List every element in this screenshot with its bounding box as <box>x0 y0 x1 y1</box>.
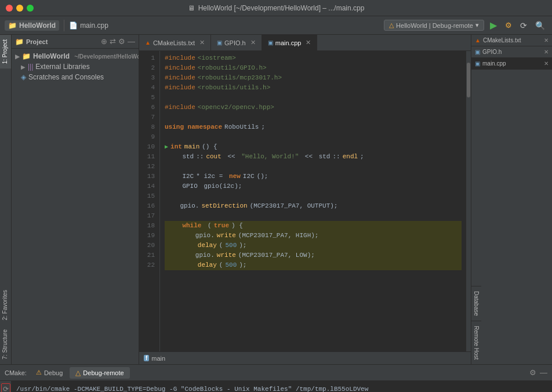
code-line-19: gpio.write(MCP23017_PA7, HIGH); <box>165 231 462 241</box>
project-tree: ▶ 📁 HelloWorld ~/Development/HelloWorld … <box>12 49 139 364</box>
tab-cmakelists[interactable]: ▲ CMakeLists.txt ✕ <box>139 35 211 50</box>
settings-icon[interactable]: ⚙ <box>118 37 125 46</box>
cmake-panel-label: CMake: <box>5 369 27 376</box>
code-line-1: #include <iostream> <box>165 53 462 63</box>
code-line-6: #include <opencv2/opencv.hpp> <box>165 103 462 112</box>
bottom-content[interactable]: /usr/bin/cmake -DCMAKE_BUILD_TYPE=Debug … <box>12 381 552 392</box>
code-line-11: std::cout << "Hello, World!" << std::end… <box>165 152 462 162</box>
right-vert-tab-remote[interactable]: Remote Host <box>471 321 481 364</box>
editor-tabs: ▲ CMakeLists.txt ✕ ▣ GPIO.h ✕ ▣ main.cpp… <box>139 35 471 51</box>
file-icon: 📄 <box>69 21 78 30</box>
code-line-12 <box>165 162 462 172</box>
cmake-tab-close[interactable]: ✕ <box>199 39 205 46</box>
code-line-8: using namespace RoboUtils; <box>165 122 462 132</box>
tree-item-helloworld[interactable]: ▶ 📁 HelloWorld ~/Development/HelloWorld <box>12 51 139 61</box>
file-tab[interactable]: 📄 main.cpp <box>69 21 108 30</box>
right-vert-tab-database[interactable]: Database <box>471 286 481 321</box>
bottom-panel: CMake: ⚠ Debug △ Debug-remote ⚙ — ⟳ ↑ ↓ … <box>0 364 552 392</box>
code-line-3: #include <roboutils/mcp23017.h> <box>165 73 462 83</box>
sidebar-tab-structure[interactable]: 7: Structure <box>0 325 11 364</box>
sidebar-tab-favorites[interactable]: 2: Favorites <box>0 285 11 325</box>
cpp-tab-close[interactable]: ✕ <box>306 39 311 46</box>
toolbar-separator <box>64 20 64 31</box>
window-controls <box>6 5 34 12</box>
tree-arrow-extlibs: ▶ <box>21 64 26 70</box>
debug-icon: △ <box>389 21 394 29</box>
folder-icon: 📁 <box>22 52 31 60</box>
minimize-icon[interactable]: — <box>540 368 547 377</box>
reload-btn[interactable]: ⟳ <box>1 383 10 392</box>
sidebar-tab-project[interactable]: 1: Project <box>0 35 11 68</box>
tab-maincpp[interactable]: ▣ main.cpp ✕ <box>262 35 318 50</box>
debug-dropdown[interactable]: △ HelloWorld | Debug-remote ▾ <box>384 20 484 31</box>
gpio-tab-close[interactable]: ✕ <box>250 39 256 46</box>
code-line-7 <box>165 112 462 122</box>
cmake-tab-icon: ▲ <box>145 39 151 46</box>
line-numbers: 12345 678910 1112131415 1617181920 2122 <box>139 51 160 351</box>
bottom-tab-debug[interactable]: ⚠ Debug <box>30 367 68 378</box>
scratch-icon: ◈ <box>21 73 26 81</box>
bottom-tabs: CMake: ⚠ Debug △ Debug-remote ⚙ — <box>0 365 552 381</box>
project-icon: 📁 <box>8 21 17 30</box>
top-toolbar: 📁 HelloWorld 📄 main.cpp △ HelloWorld | D… <box>0 16 552 35</box>
title-bar: 🖥 HelloWorld [~/Development/HelloWorld] … <box>0 0 552 16</box>
breadcrumb: f main <box>139 351 471 364</box>
project-header: 📁 Project ⊕ ⇄ ⚙ — <box>12 35 139 49</box>
project-selector[interactable]: 📁 HelloWorld <box>5 20 59 31</box>
right-sidebar: ▲ CMakeLists.txt ✕ ▣ GPIO.h ✕ ▣ main.cpp… <box>471 35 552 364</box>
breadcrumb-icon: f <box>144 355 149 361</box>
editor-area: ▲ CMakeLists.txt ✕ ▣ GPIO.h ✕ ▣ main.cpp… <box>139 35 471 364</box>
code-content[interactable]: #include <iostream> #include <roboutils/… <box>160 51 466 351</box>
right-tab-cmake[interactable]: ▲ CMakeLists.txt ✕ <box>471 35 552 46</box>
editor-scrollbar[interactable] <box>466 51 471 351</box>
add-icon[interactable]: ⊕ <box>101 37 107 46</box>
settings-icon[interactable]: ⚙ <box>529 368 536 377</box>
breadcrumb-label: main <box>151 355 165 362</box>
sync-button[interactable]: ⟳ <box>518 20 529 31</box>
minimize-button[interactable] <box>16 5 23 12</box>
code-line-10: ▶int main() { <box>165 142 462 152</box>
run-button[interactable]: ▶ <box>488 19 499 32</box>
chevron-down-icon: ▾ <box>475 21 479 29</box>
project-header-actions: ⊕ ⇄ ⚙ — <box>101 37 135 46</box>
right-tab-maincpp[interactable]: ▣ main.cpp ✕ <box>471 58 552 70</box>
gpio-right-close[interactable]: ✕ <box>544 49 549 55</box>
code-line-16: gpio.setDirection(MCP23017_PA7, OUTPUT); <box>165 201 462 211</box>
close-panel-icon[interactable]: — <box>128 37 135 46</box>
tree-label-helloworld: HelloWorld <box>33 52 70 60</box>
debug-label: HelloWorld | Debug-remote <box>396 22 473 29</box>
maximize-button[interactable] <box>27 5 34 12</box>
code-editor[interactable]: 12345 678910 1112131415 1617181920 2122 … <box>139 51 471 351</box>
gpio-tab-icon: ▣ <box>217 39 222 46</box>
main-layout: 1: Project 2: Favorites 7: Structure 📁 P… <box>0 35 552 364</box>
code-line-20: delay(500); <box>165 241 462 251</box>
cpp-tab-label: main.cpp <box>275 39 302 46</box>
debugremote-label: Debug-remote <box>83 369 124 376</box>
cmake-right-close[interactable]: ✕ <box>544 37 549 43</box>
tree-label-scratches: Scratches and Consoles <box>28 73 104 81</box>
project-panel: 📁 Project ⊕ ⇄ ⚙ — ▶ 📁 HelloWorld ~/Devel… <box>12 35 139 364</box>
close-button[interactable] <box>6 5 13 12</box>
tree-item-scratches[interactable]: ◈ Scratches and Consoles <box>12 72 139 82</box>
bottom-tab-debugremote[interactable]: △ Debug-remote <box>70 367 129 379</box>
debugremote-icon: △ <box>75 369 81 377</box>
toolbar-right: △ HelloWorld | Debug-remote ▾ ▶ ⚙ ⟳ 🔍 <box>384 19 547 32</box>
right-tab-gpio[interactable]: ▣ GPIO.h ✕ <box>471 46 552 58</box>
project-label: HelloWorld <box>19 21 56 30</box>
tree-item-extlibs[interactable]: ▶ ||| External Libraries <box>12 61 139 72</box>
sync-icon[interactable]: ⇄ <box>110 37 116 46</box>
debug-tab-label: Debug <box>44 369 63 376</box>
code-line-15 <box>165 191 462 201</box>
tab-gpio[interactable]: ▣ GPIO.h ✕ <box>211 35 262 50</box>
right-vert-tabs: Database Remote Host <box>471 286 552 364</box>
build-button[interactable]: ⚙ <box>503 20 514 31</box>
bottom-tab-icons: ⚙ — <box>529 368 547 377</box>
title-label: HelloWorld [~/Development/HelloWorld] – … <box>198 4 365 12</box>
cpp-right-label: main.cpp <box>482 60 506 67</box>
cmake-tab-filename: CMakeLists.txt <box>483 37 521 43</box>
scrollbar-thumb[interactable] <box>467 63 470 97</box>
search-button[interactable]: 🔍 <box>533 20 547 31</box>
file-label: main.cpp <box>80 21 108 30</box>
gpio-right-label: GPIO.h <box>482 49 502 55</box>
cpp-right-close[interactable]: ✕ <box>544 60 549 67</box>
